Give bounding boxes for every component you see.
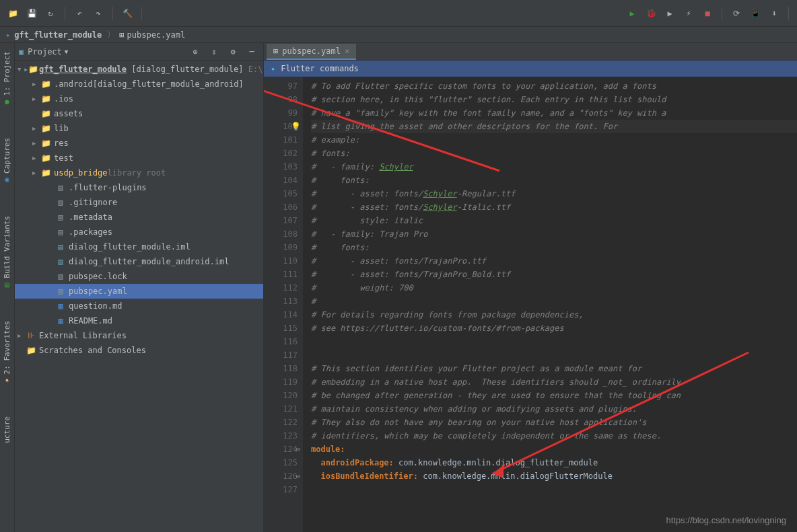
tree-row[interactable]: ▤.flutter-plugins [15,180,263,195]
target-icon[interactable]: ⊕ [188,44,203,59]
tree-row[interactable]: ▤dialog_flutter_module_android.iml [15,254,263,269]
undo-icon[interactable]: ↶ [72,6,87,21]
tree-row[interactable]: ▶📁lib [15,121,263,136]
run-icon[interactable]: ▶ [625,6,639,21]
tree-row[interactable]: ▤pubspec.yaml [15,284,263,299]
editor-tab-pubspec[interactable]: ⊞ pubspec.yaml × [267,44,356,60]
tab-structure[interactable]: ucture [1,411,13,449]
folder-icon: 📁 [40,168,51,178]
file-icon: ▤ [55,287,66,296]
project-tree[interactable]: ▼ ▸📁 gft_flutter_module [dialog_flutter_… [15,61,263,532]
folder-icon: 📁 [40,139,51,148]
folder-icon: 📁 [40,124,51,133]
flutter-bar[interactable]: ✦ Flutter commands [264,61,797,77]
tab-favorites[interactable]: ★2: Favorites [1,315,13,391]
tree-row[interactable]: ▶📁test [15,151,263,165]
file-icon: ▤ [55,272,66,281]
open-icon[interactable]: 📁 [5,6,20,21]
iml-file-icon: ▤ [55,242,66,252]
refresh-icon[interactable]: ↻ [43,6,58,21]
tree-row[interactable]: ▤.metadata [15,210,263,225]
main-toolbar: 📁 💾 ↻ ↶ ↷ 🔨 ▶ 🐞 ▶ ⚡ ■ ⟳ 📱 ⬇ [0,0,797,27]
redo-icon[interactable]: ↷ [91,6,106,21]
stop-icon[interactable]: ■ [700,6,715,21]
debug-icon[interactable]: 🐞 [644,6,658,21]
breadcrumb-project[interactable]: gft_flutter_module〉 [14,29,115,40]
project-title[interactable]: Project ▼ [28,47,68,56]
file-icon: ▤ [55,198,66,207]
iml-file-icon: ▤ [55,257,66,266]
editor-tabs: ⊞ pubspec.yaml × [264,43,797,61]
yaml-file-icon: ⊞ [273,46,278,56]
flutter-icon: ✦ [5,30,10,40]
breadcrumb-file[interactable]: ⊞pubspec.yaml [119,30,185,40]
tree-row[interactable]: ▶📁.android [dialog_flutter_module_androi… [15,77,263,91]
file-icon: ▤ [55,227,66,237]
project-panel: ▣ Project ▼ ⊕ ⇕ ⚙ ─ ▼ ▸📁 gft_flutter_mod… [15,43,264,532]
tree-row[interactable]: ▤pubspec.lock [15,269,263,284]
tree-row[interactable]: ▦README.md [15,313,263,328]
project-view-icon: ▣ [19,47,24,56]
tree-row[interactable]: ▶📁usdp_bridge library root [15,165,263,180]
tab-captures[interactable]: ◉Captures [1,132,13,190]
collapse-icon[interactable]: ⇕ [207,44,221,59]
tree-row[interactable]: ▤.gitignore [15,195,263,210]
sync-icon[interactable]: ⟳ [729,6,744,21]
folder-icon: 📁 [40,79,51,89]
tree-row[interactable]: ▶📁res [15,136,263,151]
project-header: ▣ Project ▼ ⊕ ⇕ ⚙ ─ [15,43,263,61]
breadcrumb: ✦ gft_flutter_module〉 ⊞pubspec.yaml [0,27,797,43]
tree-row[interactable]: ▤.packages [15,225,263,239]
close-tab-icon[interactable]: × [345,46,349,56]
file-icon: ▤ [55,183,66,192]
sdk-icon[interactable]: ⬇ [767,6,782,21]
profile-icon[interactable]: ▶ [662,6,677,21]
hide-icon[interactable]: ─ [244,44,259,59]
line-gutter: 979899100💡101102103104105106107108109110… [264,77,303,532]
tree-scratches[interactable]: 📁 Scratches and Consoles [15,343,263,358]
folder-icon: 📁 [40,153,51,163]
left-tool-tabs: ●1: Project ◉Captures ▤Build Variants ★2… [0,43,15,532]
code-content[interactable]: # To add Flutter specific custom fonts t… [303,77,797,532]
tree-root[interactable]: ▼ ▸📁 gft_flutter_module [dialog_flutter_… [15,62,263,77]
folder-icon: 📁 [40,109,51,118]
tree-row[interactable]: ▦question.md [15,299,263,313]
file-icon: ▤ [55,213,66,222]
folder-icon: 📁 [40,94,51,104]
tree-external[interactable]: ▶ ⊪ External Libraries [15,328,263,343]
flutter-icon: ✦ [271,64,275,73]
avd-icon[interactable]: 📱 [748,6,763,21]
save-icon[interactable]: 💾 [24,6,39,21]
attach-icon[interactable]: ⚡ [681,6,696,21]
md-file-icon: ▦ [55,301,66,311]
tree-row[interactable]: ▶📁.ios [15,91,263,106]
settings-icon[interactable]: ⚙ [226,44,240,59]
tab-build-variants[interactable]: ▤Build Variants [1,211,13,295]
code-area[interactable]: 979899100💡101102103104105106107108109110… [264,77,797,532]
build-icon[interactable]: 🔨 [120,6,135,21]
tree-row[interactable]: ▤dialog_flutter_module.iml [15,239,263,254]
tree-row[interactable]: 📁assets [15,106,263,121]
editor-panel: ⊞ pubspec.yaml × ✦ Flutter commands 9798… [264,43,797,532]
watermark: https://blog.csdn.net/lovingning [666,515,786,525]
tab-project[interactable]: ●1: Project [1,46,13,112]
md-file-icon: ▦ [55,316,66,326]
